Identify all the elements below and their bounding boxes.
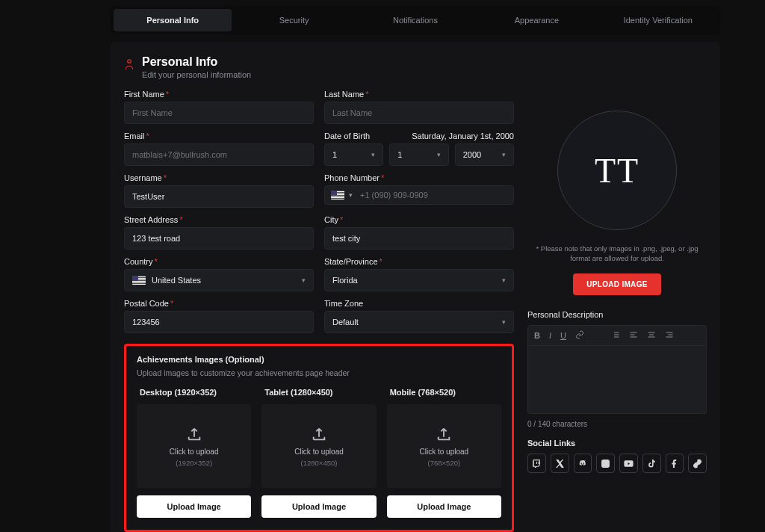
achievements-desktop-dropzone[interactable]: Click to upload (1920×352): [137, 404, 251, 488]
italic-icon[interactable]: I: [549, 331, 551, 340]
achievements-mobile-label: Mobile (768×520): [390, 388, 501, 397]
avatar-upload-note: * Please note that only images in .png, …: [527, 244, 707, 263]
dropzone-dimensions: (1920×352): [176, 459, 212, 467]
dob-display: Saturday, January 1st, 2000: [412, 132, 514, 140]
underline-icon[interactable]: U: [560, 331, 566, 340]
page-title: Personal Info: [142, 55, 251, 69]
chevron-down-icon: ▾: [502, 276, 506, 284]
first-name-label: First Name*: [124, 90, 314, 99]
achievements-desktop-upload-button[interactable]: Upload Image: [137, 495, 251, 518]
dropzone-text: Click to upload: [170, 448, 219, 456]
align-left-icon[interactable]: [629, 330, 638, 341]
align-right-icon[interactable]: [665, 330, 674, 341]
tab-identity-verification[interactable]: Identity Verification: [599, 9, 717, 31]
timezone-select[interactable]: Default▾: [324, 311, 514, 333]
social-instagram-icon[interactable]: [596, 454, 615, 473]
last-name-input[interactable]: [324, 102, 514, 124]
us-flag-icon: [331, 191, 344, 200]
phone-number-text: +1 (090) 909-0909: [360, 191, 428, 200]
description-char-count: 0 / 140 characters: [527, 420, 707, 428]
achievements-images-section: Achievements Images (Optional) Upload im…: [124, 344, 514, 532]
country-select[interactable]: United States ▾: [124, 269, 314, 291]
chevron-down-icon: ▾: [349, 191, 353, 199]
dropzone-dimensions: (1280×450): [301, 459, 338, 467]
achievements-subtitle: Upload images to customize your achievem…: [137, 368, 501, 377]
dob-year-select[interactable]: 2000▾: [455, 143, 514, 166]
chevron-down-icon: ▾: [437, 151, 441, 158]
chevron-down-icon: ▾: [302, 276, 306, 284]
phone-input[interactable]: ▾ +1 (090) 909-0909: [324, 185, 514, 205]
achievements-mobile-dropzone[interactable]: Click to upload (768×520): [387, 404, 501, 488]
social-tiktok-icon[interactable]: [642, 454, 661, 473]
achievements-tablet-label: Tablet (1280×450): [264, 388, 376, 397]
list-icon[interactable]: [611, 330, 620, 341]
tab-security[interactable]: Security: [235, 9, 353, 31]
first-name-input[interactable]: [124, 102, 314, 124]
social-twitch-icon[interactable]: [527, 454, 546, 473]
svg-point-0: [128, 60, 131, 64]
email-input[interactable]: [124, 143, 314, 166]
settings-tabs: Personal Info Security Notifications App…: [111, 6, 720, 34]
dob-day-select[interactable]: 1▾: [324, 143, 383, 166]
dob-label: Date of Birth: [324, 132, 370, 140]
last-name-label: Last Name*: [324, 90, 514, 99]
svg-point-18: [607, 460, 608, 461]
link-icon[interactable]: [575, 330, 584, 341]
social-links-row: [527, 454, 707, 473]
achievements-desktop-label: Desktop (1920×352): [140, 388, 251, 397]
social-youtube-icon[interactable]: [619, 454, 638, 473]
tab-appearance[interactable]: Appearance: [477, 9, 595, 31]
bold-icon[interactable]: B: [534, 331, 540, 340]
achievements-tablet-dropzone[interactable]: Click to upload (1280×450): [261, 404, 376, 488]
social-website-icon[interactable]: [688, 454, 707, 473]
social-discord-icon[interactable]: [574, 454, 592, 473]
page-subtitle: Edit your personal information: [142, 70, 251, 79]
social-links-label: Social Links: [527, 439, 707, 448]
username-input[interactable]: [124, 185, 314, 208]
avatar: TT: [557, 111, 677, 230]
social-facebook-icon[interactable]: [666, 454, 684, 473]
city-label: City*: [324, 215, 514, 224]
avatar-initials: TT: [595, 151, 639, 191]
social-x-icon[interactable]: [551, 454, 569, 473]
svg-point-17: [604, 462, 607, 465]
user-icon: [124, 58, 134, 72]
dropzone-dimensions: (768×520): [428, 459, 461, 467]
upload-avatar-button[interactable]: UPLOAD IMAGE: [573, 273, 660, 295]
username-label: Username*: [124, 173, 314, 182]
chevron-down-icon: ▾: [371, 151, 375, 158]
state-select[interactable]: Florida▾: [324, 269, 514, 291]
personal-description-label: Personal Description: [527, 310, 707, 319]
country-label: Country*: [124, 257, 314, 266]
achievements-title: Achievements Images (Optional): [137, 355, 501, 364]
city-input[interactable]: [324, 227, 514, 250]
tab-personal-info[interactable]: Personal Info: [114, 9, 232, 31]
us-flag-icon: [132, 276, 146, 285]
personal-description-editor[interactable]: [527, 346, 707, 414]
postal-input[interactable]: [124, 311, 314, 333]
email-label: Email*: [124, 132, 314, 140]
timezone-label: Time Zone: [324, 299, 514, 308]
chevron-down-icon: ▾: [502, 318, 506, 326]
tab-notifications[interactable]: Notifications: [356, 9, 474, 31]
achievements-mobile-upload-button[interactable]: Upload Image: [387, 495, 501, 518]
upload-icon: [311, 426, 327, 445]
description-toolbar: B I U: [527, 325, 707, 346]
dropzone-text: Click to upload: [420, 448, 469, 456]
upload-icon: [186, 426, 202, 445]
street-input[interactable]: [124, 227, 314, 250]
personal-info-panel: Personal Info Edit your personal informa…: [111, 42, 720, 532]
street-label: Street Address*: [124, 215, 314, 224]
dob-month-select[interactable]: 1▾: [389, 143, 448, 166]
upload-icon: [436, 426, 452, 445]
phone-label: Phone Number*: [324, 173, 514, 182]
achievements-tablet-upload-button[interactable]: Upload Image: [261, 495, 376, 518]
postal-label: Postal Code*: [124, 299, 314, 308]
dropzone-text: Click to upload: [294, 448, 344, 456]
align-center-icon[interactable]: [647, 330, 656, 341]
state-label: State/Province*: [324, 257, 514, 266]
chevron-down-icon: ▾: [502, 151, 506, 158]
